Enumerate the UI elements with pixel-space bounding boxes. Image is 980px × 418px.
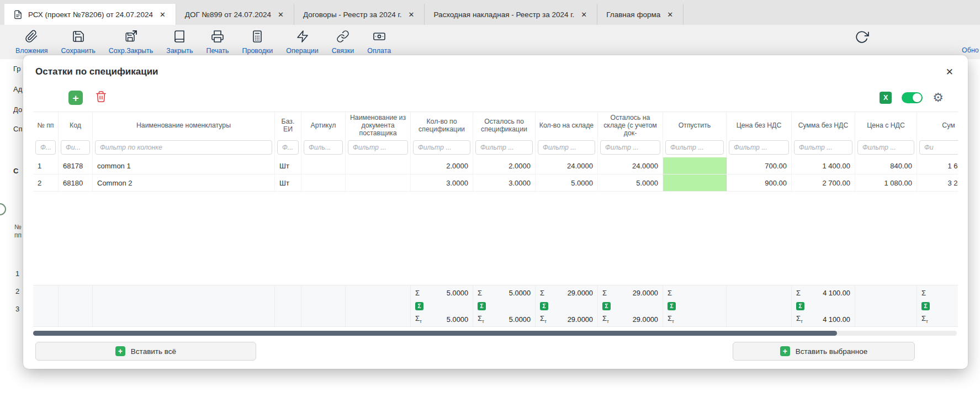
tab-close-icon[interactable]: ✕ bbox=[158, 9, 167, 20]
cell: 24.0000 bbox=[598, 157, 663, 174]
sum-badge-button[interactable]: Σ bbox=[415, 302, 423, 310]
footer-sum-value: 29.0000 bbox=[633, 315, 658, 324]
toolbar-label: Операции bbox=[286, 47, 318, 55]
cell bbox=[301, 157, 346, 174]
filter-input-6[interactable] bbox=[413, 140, 470, 155]
filter-input-4[interactable] bbox=[304, 140, 343, 155]
toolbar-button-transactions[interactable]: Проводки bbox=[235, 30, 279, 55]
column-header-14[interactable]: Сум bbox=[917, 112, 958, 139]
footer-cell bbox=[33, 285, 59, 300]
dispense-cell[interactable] bbox=[663, 157, 727, 174]
filter-input-14[interactable] bbox=[919, 140, 958, 155]
column-header-5[interactable]: Наименование из документа поставщика bbox=[346, 112, 411, 139]
footer-cell: Σ bbox=[473, 300, 536, 312]
table-row-1[interactable]: 168178common 1Шт2.00002.000024.000024.00… bbox=[33, 157, 958, 174]
dispense-cell[interactable] bbox=[663, 174, 727, 191]
footer-sum-value: 29.0000 bbox=[633, 289, 658, 297]
sum-badge-button[interactable]: Σ bbox=[540, 302, 548, 310]
column-header-3[interactable]: Баз. ЕИ bbox=[275, 112, 301, 139]
tab-dog-contract[interactable]: ДОГ №899 от 24.07.2024 ✕ bbox=[176, 4, 294, 25]
attachment-icon bbox=[25, 30, 38, 45]
filter-input-2[interactable] bbox=[95, 140, 272, 155]
toolbar-label: Проводки bbox=[242, 47, 273, 55]
cell: 5.0000 bbox=[598, 174, 663, 191]
delete-row-button[interactable] bbox=[95, 91, 107, 105]
column-header-2[interactable]: Наименование номенклатуры bbox=[93, 112, 275, 139]
scrollbar-thumb[interactable] bbox=[33, 331, 837, 336]
save-icon bbox=[72, 30, 85, 45]
filter-input-11[interactable] bbox=[729, 140, 789, 155]
toolbar-button-print[interactable]: Печать bbox=[200, 30, 236, 55]
insert-all-button[interactable]: + Вставить всё bbox=[35, 342, 256, 361]
filter-input-8[interactable] bbox=[538, 140, 595, 155]
footer-cell bbox=[301, 312, 346, 326]
column-header-9[interactable]: Осталось на складе (с учетом док- bbox=[598, 112, 663, 139]
column-header-11[interactable]: Цена без НДС bbox=[727, 112, 792, 139]
dialog-toolbar: + X ⚙ bbox=[33, 84, 958, 112]
filter-input-7[interactable] bbox=[475, 140, 533, 155]
insert-selected-button[interactable]: + Вставить выбранное bbox=[733, 342, 915, 361]
tab-close-icon[interactable]: ✕ bbox=[277, 9, 285, 20]
spec-table: № ппКодНаименование номенклатурыБаз. ЕИА… bbox=[33, 112, 958, 339]
footer-cell: Σ29.0000 bbox=[598, 285, 663, 300]
filter-input-1[interactable] bbox=[61, 140, 90, 155]
excel-export-button[interactable]: X bbox=[880, 92, 892, 104]
toolbar-button-close[interactable]: Закрыть bbox=[160, 30, 199, 55]
cell: Common 2 bbox=[93, 174, 275, 191]
tab-contracts-registry[interactable]: Договоры - Реестр за 2024 г. ✕ bbox=[294, 4, 425, 25]
footer-cell bbox=[59, 312, 93, 326]
tab-invoice-registry[interactable]: Расходная накладная - Реестр за 2024 г. … bbox=[425, 4, 597, 25]
toolbar-button-payment[interactable]: Оплата bbox=[361, 30, 398, 55]
toolbar-button-links[interactable]: Связки bbox=[325, 30, 361, 55]
sum-badge-button[interactable]: Σ bbox=[796, 302, 804, 310]
table-row-2[interactable]: 268180Common 2Шт3.00003.00005.00005.0000… bbox=[33, 174, 958, 192]
form-field-label: Гр bbox=[13, 65, 21, 73]
column-header-1[interactable]: Код bbox=[59, 112, 93, 139]
sum-badge-button[interactable]: Σ bbox=[602, 302, 611, 310]
table-filter-row bbox=[33, 139, 958, 157]
filter-input-5[interactable] bbox=[348, 140, 408, 155]
tab-main-form[interactable]: Главная форма ✕ bbox=[597, 4, 684, 25]
toolbar-button-save[interactable]: Сохранить bbox=[55, 30, 102, 55]
filter-input-12[interactable] bbox=[794, 140, 852, 155]
sum-badge-button[interactable]: Σ bbox=[921, 302, 930, 310]
tab-close-icon[interactable]: ✕ bbox=[580, 9, 588, 20]
column-header-13[interactable]: Цена с НДС bbox=[855, 112, 917, 139]
toolbar-button-save-close[interactable]: Сохр.Закрыть bbox=[102, 30, 160, 55]
filter-input-3[interactable] bbox=[277, 140, 299, 155]
gear-icon[interactable]: ⚙ bbox=[933, 92, 944, 104]
dialog-close-icon[interactable]: ✕ bbox=[944, 66, 956, 78]
form-field-label: Ад bbox=[13, 85, 22, 93]
column-header-12[interactable]: Сумма без НДС bbox=[792, 112, 855, 139]
horizontal-scrollbar[interactable] bbox=[33, 331, 957, 336]
column-header-8[interactable]: Кол-во на складе bbox=[536, 112, 598, 139]
footer-cell: Σ bbox=[536, 300, 598, 312]
tab-rsx-project[interactable]: РСХ (проект №78206) от 24.07.2024 ✕ bbox=[4, 4, 176, 25]
cell: 3.0000 bbox=[473, 174, 536, 191]
filter-input-10[interactable] bbox=[665, 140, 724, 155]
document-icon bbox=[13, 10, 23, 19]
filter-input-13[interactable] bbox=[857, 140, 914, 155]
tab-close-icon[interactable]: ✕ bbox=[407, 9, 415, 20]
column-header-4[interactable]: Артикул bbox=[301, 112, 346, 139]
filter-input-9[interactable] bbox=[600, 140, 660, 155]
sum-symbol: Σ bbox=[796, 289, 801, 297]
toolbar-button-operations[interactable]: Операции bbox=[279, 30, 325, 55]
filter-toggle[interactable] bbox=[902, 92, 923, 103]
toolbar-button-attachments[interactable]: Вложения bbox=[9, 30, 55, 55]
background-grid-header: № пп bbox=[14, 223, 23, 240]
form-field-label: До bbox=[13, 105, 22, 114]
add-row-button[interactable]: + bbox=[68, 91, 83, 105]
column-header-10[interactable]: Отпустить bbox=[663, 112, 727, 139]
sum-badge-button[interactable]: Σ bbox=[668, 302, 676, 310]
tab-label: Главная форма bbox=[606, 10, 660, 19]
tab-close-icon[interactable]: ✕ bbox=[666, 9, 674, 20]
column-header-7[interactable]: Осталось по спецификации bbox=[473, 112, 536, 139]
column-header-6[interactable]: Кол-во по спецификации bbox=[411, 112, 473, 139]
footer-cell bbox=[727, 300, 792, 312]
sum-badge-button[interactable]: Σ bbox=[478, 302, 486, 310]
filter-input-0[interactable] bbox=[35, 140, 56, 155]
footer-cell: Σ bbox=[792, 300, 855, 312]
column-header-0[interactable]: № пп bbox=[33, 112, 59, 139]
refresh-icon[interactable] bbox=[855, 30, 869, 46]
